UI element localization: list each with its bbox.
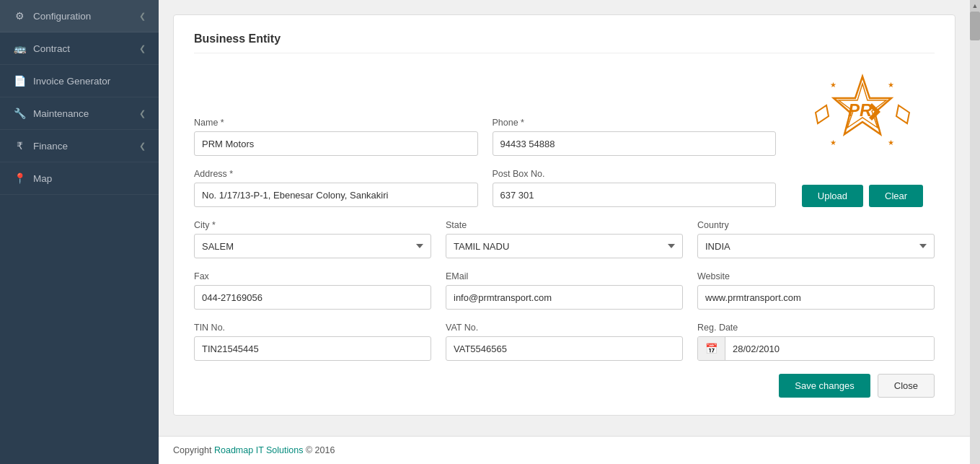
sidebar-item-contract[interactable]: 🚌 Contract ❮ [0, 32, 159, 65]
form-group-country: Country INDIA USA UK [697, 220, 935, 258]
name-input[interactable] [194, 131, 478, 156]
form-group-website: Website [697, 271, 935, 310]
svg-marker-2 [816, 105, 829, 123]
clear-button[interactable]: Clear [869, 185, 923, 207]
scrollbar: ▲ [970, 0, 980, 464]
invoice-icon: 📄 [13, 75, 26, 87]
sidebar-label-finance: Finance [33, 141, 68, 152]
footer-year: © 2016 [306, 445, 335, 455]
tin-input[interactable] [194, 336, 431, 361]
chevron-icon-configuration: ❮ [139, 12, 146, 21]
content-area: Business Entity Name * Phone * [159, 0, 970, 436]
gear-icon: ⚙ [13, 10, 26, 22]
name-label: Name * [194, 118, 478, 128]
city-label: City * [194, 220, 431, 230]
form-group-postbox: Post Box No. [493, 169, 777, 207]
footer-copyright: Copyright [173, 445, 214, 455]
chevron-icon-maintenance: ❮ [139, 109, 146, 118]
svg-text:★: ★ [888, 139, 894, 146]
form-group-fax: Fax [194, 271, 431, 310]
country-select[interactable]: INDIA USA UK [697, 234, 935, 258]
page-title: Business Entity [194, 32, 935, 53]
regdate-input[interactable] [725, 337, 934, 360]
website-label: Website [697, 271, 935, 281]
email-input[interactable] [446, 285, 683, 310]
sidebar: ⚙ Configuration ❮ 🚌 Contract ❮ 📄 Invoice… [0, 0, 159, 464]
sidebar-label-map: Map [33, 173, 52, 184]
finance-icon: ₹ [13, 140, 26, 152]
footer-company-link[interactable]: Roadmap IT Solutions [214, 445, 303, 455]
form-group-vat: VAT No. [446, 323, 683, 361]
fax-input[interactable] [194, 285, 431, 310]
sidebar-label-maintenance: Maintenance [33, 108, 89, 119]
address-input[interactable] [194, 183, 478, 207]
postbox-label: Post Box No. [493, 169, 777, 179]
regdate-wrapper: 📅 [697, 336, 935, 361]
business-entity-card: Business Entity Name * Phone * [173, 14, 955, 416]
form-group-city: City * SALEM CHENNAI COIMBATORE [194, 220, 431, 258]
scroll-thumb[interactable] [970, 12, 980, 40]
wrench-icon: 🔧 [13, 108, 26, 119]
form-row-city-state-country: City * SALEM CHENNAI COIMBATORE State TA… [194, 220, 935, 258]
state-label: State [446, 220, 683, 230]
postbox-input[interactable] [493, 183, 777, 207]
form-row-address: Address * Post Box No. Upload Clear [194, 169, 935, 207]
regdate-label: Reg. Date [697, 323, 935, 333]
action-buttons-row: Save changes Close [194, 374, 935, 398]
country-label: Country [697, 220, 935, 230]
logo-action-buttons: Upload Clear [802, 185, 923, 207]
calendar-icon: 📅 [698, 337, 725, 360]
form-group-address: Address * [194, 169, 478, 207]
chevron-icon-contract: ❮ [139, 44, 146, 53]
form-group-state: State TAMIL NADU KARNATAKA KERALA [446, 220, 683, 258]
form-group-regdate: Reg. Date 📅 [697, 323, 935, 361]
svg-text:PR: PR [848, 100, 873, 120]
sidebar-label-invoice: Invoice Generator [33, 76, 110, 87]
phone-label: Phone * [493, 118, 777, 128]
chevron-icon-finance: ❮ [139, 141, 146, 151]
sidebar-label-contract: Contract [33, 43, 70, 54]
sidebar-item-map[interactable]: 📍 Map [0, 162, 159, 195]
vat-input[interactable] [446, 336, 683, 361]
upload-clear-area: Upload Clear [790, 185, 935, 207]
logo-area: ★ ★ ★ ★ PR [790, 69, 935, 156]
form-row-name-phone: Name * Phone * [194, 69, 935, 156]
fax-label: Fax [194, 271, 431, 281]
save-button[interactable]: Save changes [779, 374, 870, 398]
form-group-name: Name * [194, 118, 478, 156]
footer: Copyright Roadmap IT Solutions © 2016 [159, 436, 970, 464]
form-row-tin-vat-regdate: TIN No. VAT No. Reg. Date 📅 [194, 323, 935, 361]
scroll-up-button[interactable]: ▲ [970, 0, 980, 12]
sidebar-item-finance[interactable]: ₹ Finance ❮ [0, 130, 159, 162]
city-select[interactable]: SALEM CHENNAI COIMBATORE [194, 234, 431, 258]
svg-marker-3 [896, 105, 909, 123]
main-content: Business Entity Name * Phone * [159, 0, 970, 464]
form-row-fax-email-website: Fax EMail Website [194, 271, 935, 310]
tin-label: TIN No. [194, 323, 431, 333]
phone-input[interactable] [493, 131, 777, 156]
state-select[interactable]: TAMIL NADU KARNATAKA KERALA [446, 234, 683, 258]
form-group-phone: Phone * [493, 118, 777, 156]
logo-image: ★ ★ ★ ★ PR [805, 69, 920, 156]
sidebar-item-invoice-generator[interactable]: 📄 Invoice Generator [0, 65, 159, 97]
address-label: Address * [194, 169, 478, 179]
website-input[interactable] [697, 285, 935, 310]
upload-button[interactable]: Upload [802, 185, 863, 207]
sidebar-item-maintenance[interactable]: 🔧 Maintenance ❮ [0, 97, 159, 130]
sidebar-item-configuration[interactable]: ⚙ Configuration ❮ [0, 0, 159, 32]
email-label: EMail [446, 271, 683, 281]
form-group-tin: TIN No. [194, 323, 431, 361]
company-logo-svg: ★ ★ ★ ★ PR [808, 73, 917, 152]
form-group-email: EMail [446, 271, 683, 310]
map-icon: 📍 [13, 172, 26, 184]
svg-text:★: ★ [888, 81, 894, 89]
svg-text:★: ★ [830, 139, 836, 146]
close-button[interactable]: Close [878, 374, 935, 398]
bus-icon: 🚌 [13, 43, 26, 54]
svg-text:★: ★ [830, 81, 836, 89]
vat-label: VAT No. [446, 323, 683, 333]
sidebar-label-configuration: Configuration [33, 11, 91, 22]
